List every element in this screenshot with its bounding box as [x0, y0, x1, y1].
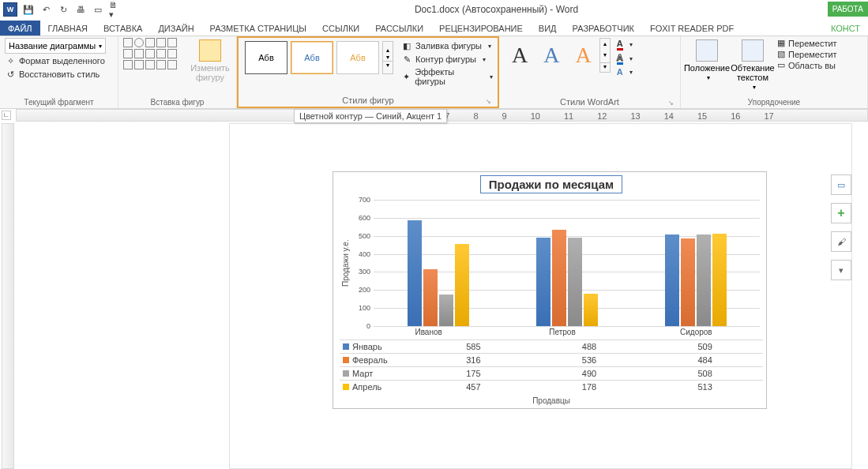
change-shape-button[interactable]: Изменить фигуру [189, 38, 231, 84]
document-icon[interactable]: ▭ [92, 3, 104, 16]
bring-forward-button[interactable]: ▦Переместит [777, 38, 837, 48]
reset-style-icon: ↺ [5, 69, 16, 80]
text-outline-button[interactable]: A▾ [617, 52, 633, 66]
save-icon[interactable]: 💾 [22, 3, 35, 16]
gallery-more-icon[interactable]: ▾ [383, 61, 393, 69]
shape-fill-button[interactable]: ◧Заливка фигуры▾ [401, 39, 493, 52]
change-shape-icon [199, 39, 221, 62]
tab-selector[interactable]: ∟ [2, 111, 11, 120]
chart-object[interactable]: Продажи по месяцам Продажи у.е. 01002003… [333, 171, 767, 409]
wordart-a-2[interactable]: A [535, 43, 567, 68]
window-title: Doc1.docx (Автосохраненный) - Word [125, 4, 868, 15]
bar[interactable] [712, 234, 727, 326]
chart-data-table: Январь585488509Февраль316536484Март17549… [340, 340, 763, 393]
style-preview-1[interactable]: Абв [245, 41, 287, 74]
text-effects-icon: A [617, 67, 623, 77]
text-fill-icon: A [617, 39, 623, 51]
plus-icon: + [837, 206, 844, 220]
word-app-icon: W [3, 2, 17, 17]
shape-effects-icon: ✦ [401, 71, 411, 82]
tab-design[interactable]: ДИЗАЙН [150, 21, 201, 36]
shapes-gallery[interactable] [123, 38, 186, 69]
group-current-fragment: Текущий фрагмент [5, 98, 113, 108]
style-preview-3[interactable]: Абв [336, 41, 379, 74]
print-icon[interactable]: 🖶 [74, 3, 87, 16]
wrap-text-button[interactable]: Обтекание текстом ▾ [731, 38, 774, 92]
gallery-down-icon[interactable]: ▾ [383, 54, 393, 61]
chart-filter-button[interactable]: ▾ [831, 260, 851, 280]
style-tooltip: Цветной контур — Синий, Акцент 1 [294, 109, 447, 123]
tab-insert[interactable]: ВСТАВКА [96, 21, 150, 36]
tab-layout[interactable]: РАЗМЕТКА СТРАНИЦЫ [202, 21, 314, 36]
bar[interactable] [408, 220, 422, 326]
tab-home[interactable]: ГЛАВНАЯ [40, 21, 96, 36]
text-outline-icon: A [617, 53, 623, 65]
style-preview-2[interactable]: Абв [291, 41, 333, 74]
document-page[interactable]: Продажи по месяцам Продажи у.е. 01002003… [229, 123, 852, 469]
shape-styles-launcher-icon[interactable]: ↘ [486, 98, 491, 105]
attach-icon[interactable]: 🗎▾ [109, 3, 122, 16]
bar[interactable] [439, 295, 453, 326]
wordart-a-3[interactable]: A [567, 43, 599, 68]
table-row: Январь585488509 [340, 340, 763, 353]
bar[interactable] [665, 234, 679, 326]
tab-file[interactable]: ФАЙЛ [0, 21, 40, 36]
bar[interactable] [568, 238, 582, 326]
wordart-more-icon[interactable]: ▾ [600, 62, 610, 70]
reset-style-button[interactable]: ↺Восстановить стиль [5, 68, 100, 81]
wordart-up-icon[interactable]: ▴ [600, 40, 610, 47]
bar[interactable] [536, 238, 550, 326]
shape-style-gallery[interactable]: Абв Абв Абв ▴ ▾ ▾ [243, 39, 393, 76]
send-backward-button[interactable]: ▧Переместит [777, 49, 837, 59]
shape-outline-button[interactable]: ✎Контур фигуры▾ [401, 53, 493, 66]
position-button[interactable]: Положение ▾ [686, 38, 728, 83]
redo-icon[interactable]: ↻ [57, 3, 70, 16]
chart-styles-button[interactable]: 🖌 [831, 231, 851, 252]
group-insert-shapes: Вставка фигур [123, 98, 231, 108]
gallery-up-icon[interactable]: ▴ [383, 47, 393, 54]
chart-title[interactable]: Продажи по месяцам [480, 175, 622, 193]
text-effects-button[interactable]: A▾ [617, 66, 633, 77]
tab-references[interactable]: ССЫЛКИ [314, 21, 367, 36]
format-selection-button[interactable]: ✧Формат выделенного [5, 54, 105, 67]
bar[interactable] [423, 269, 438, 326]
shape-effects-button[interactable]: ✦Эффекты фигуры▾ [401, 66, 493, 87]
vertical-ruler[interactable] [2, 123, 14, 469]
send-backward-icon: ▧ [777, 49, 785, 59]
bar[interactable] [697, 234, 711, 326]
format-selection-icon: ✧ [5, 55, 16, 66]
work-tab[interactable]: РАБОТА [828, 2, 868, 17]
bar[interactable] [584, 294, 598, 326]
bar[interactable] [681, 238, 695, 326]
chart-add-button[interactable]: + [831, 203, 851, 223]
group-shape-styles: Стили фигур↘ [243, 96, 493, 107]
table-row: Февраль316536484 [340, 353, 763, 366]
chart-elements-button[interactable]: ▭ [831, 174, 851, 195]
chart-element-dropdown[interactable]: Название диаграммы▾ [5, 38, 106, 54]
tab-mailings[interactable]: РАССЫЛКИ [367, 21, 431, 36]
funnel-icon: ▾ [839, 265, 844, 276]
tab-review[interactable]: РЕЦЕНЗИРОВАНИЕ [431, 21, 531, 36]
chart-plot-area[interactable]: 0100200300400500600700 [351, 200, 763, 326]
wordart-gallery[interactable]: A A A ▴ ▾ ▾ [504, 38, 611, 73]
shape-fill-icon: ◧ [401, 40, 412, 51]
selection-pane-button[interactable]: ▭Область вы [777, 60, 837, 70]
tab-context-right[interactable]: КОНСТ [823, 21, 868, 36]
text-fill-button[interactable]: A▾ [617, 38, 633, 51]
brush-icon: 🖌 [837, 237, 846, 246]
tab-developer[interactable]: РАЗРАБОТЧИК [565, 21, 642, 36]
undo-icon[interactable]: ↶ [39, 3, 52, 16]
table-row: Апрель457178513 [340, 380, 763, 393]
wrap-text-icon [742, 39, 764, 62]
table-row: Март175490508 [340, 366, 763, 380]
bar[interactable] [552, 230, 566, 327]
wordart-launcher-icon[interactable]: ↘ [668, 99, 674, 107]
group-wordart-styles: Стили WordArt↘ [504, 97, 675, 108]
chart-element-dropdown-label: Название диаграммы [9, 41, 96, 51]
selection-pane-icon: ▭ [777, 60, 785, 70]
wordart-down-icon[interactable]: ▾ [600, 51, 610, 58]
tab-foxit[interactable]: FOXIT READER PDF [642, 21, 742, 36]
wordart-a-1[interactable]: A [504, 43, 535, 68]
bar[interactable] [455, 244, 469, 326]
tab-view[interactable]: ВИД [531, 21, 565, 36]
